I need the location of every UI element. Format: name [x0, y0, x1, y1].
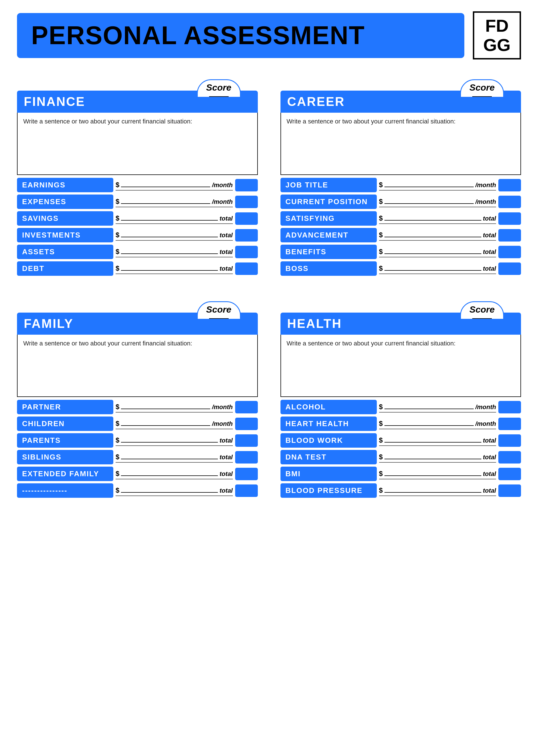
family-score-label: Score — [206, 305, 232, 314]
health-rows: ALCOHOL $ /month HEART HEALTH $ /month B — [281, 400, 521, 498]
family-row-blank: --------------- $ total — [17, 483, 258, 498]
title-box: PERSONAL ASSESSMENT — [17, 13, 464, 58]
finance-row-earnings: EARNINGS $ /month — [17, 178, 258, 192]
finance-row-investments: INVESTMENTS $ total — [17, 228, 258, 242]
health-row-bmi: BMI $ total — [281, 467, 521, 481]
career-textarea[interactable]: Write a sentence or two about your curre… — [281, 113, 521, 175]
finance-score-badge: Score — [197, 79, 241, 98]
logo: FD GG — [473, 11, 521, 60]
health-textarea-text: Write a sentence or two about your curre… — [287, 340, 456, 347]
finance-row-savings: SAVINGS $ total — [17, 211, 258, 226]
page-title: PERSONAL ASSESSMENT — [31, 21, 450, 50]
health-row-hearthealth: HEART HEALTH $ /month — [281, 416, 521, 431]
finance-textarea[interactable]: Write a sentence or two about your curre… — [17, 113, 258, 175]
finance-row-assets: ASSETS $ total — [17, 245, 258, 259]
health-row-alcohol: ALCOHOL $ /month — [281, 400, 521, 414]
logo-line2: GG — [483, 35, 511, 55]
finance-rows: EARNINGS $ /month EXPENSES $ /month SAVI — [17, 178, 258, 276]
logo-line1: FD — [485, 16, 509, 35]
finance-textarea-text: Write a sentence or two about your curre… — [23, 118, 192, 125]
career-title: CAREER — [287, 95, 345, 109]
career-row-boss: BOSS $ total — [281, 261, 521, 276]
career-textarea-text: Write a sentence or two about your curre… — [287, 118, 456, 125]
career-row-benefits: BENEFITS $ total — [281, 245, 521, 259]
health-row-dnatest: DNA TEST $ total — [281, 450, 521, 464]
career-row-advancement: ADVANCEMENT $ total — [281, 228, 521, 242]
health-row-bloodwork: BLOOD WORK $ total — [281, 433, 521, 448]
finance-title: FINANCE — [24, 95, 85, 109]
page-header: PERSONAL ASSESSMENT FD GG — [17, 11, 521, 60]
career-section: Score CAREER Write a sentence or two abo… — [281, 76, 521, 276]
career-row-currentposition: CURRENT POSITION $ /month — [281, 195, 521, 209]
family-row-extendedfamily: EXTENDED FAMILY $ total — [17, 467, 258, 481]
career-score-badge: Score — [460, 79, 504, 98]
family-textarea[interactable]: Write a sentence or two about your curre… — [17, 335, 258, 397]
finance-section: Score FINANCE Write a sentence or two ab… — [17, 76, 258, 276]
finance-row-debt: DEBT $ total — [17, 261, 258, 276]
family-row-partner: PARTNER $ /month — [17, 400, 258, 414]
health-title: HEALTH — [287, 316, 342, 331]
health-score-label: Score — [469, 305, 495, 314]
family-rows: PARTNER $ /month CHILDREN $ /month PAREN — [17, 400, 258, 498]
family-section: Score FAMILY Write a sentence or two abo… — [17, 299, 258, 498]
family-row-children: CHILDREN $ /month — [17, 416, 258, 431]
health-textarea[interactable]: Write a sentence or two about your curre… — [281, 335, 521, 397]
health-section: Score HEALTH Write a sentence or two abo… — [281, 299, 521, 498]
career-row-satisfying: SATISFYING $ total — [281, 211, 521, 226]
family-row-siblings: SIBLINGS $ total — [17, 450, 258, 464]
bottom-sections: Score FAMILY Write a sentence or two abo… — [17, 299, 521, 498]
career-score-label: Score — [469, 82, 495, 93]
family-score-badge: Score — [197, 301, 241, 320]
finance-row-expenses: EXPENSES $ /month — [17, 195, 258, 209]
career-rows: JOB TITLE $ /month CURRENT POSITION $ /m… — [281, 178, 521, 276]
finance-score-label: Score — [206, 82, 232, 93]
top-sections: Score FINANCE Write a sentence or two ab… — [17, 76, 521, 276]
family-title: FAMILY — [24, 316, 73, 331]
career-row-jobtitle: JOB TITLE $ /month — [281, 178, 521, 192]
family-textarea-text: Write a sentence or two about your curre… — [23, 340, 192, 347]
health-score-badge: Score — [460, 301, 504, 320]
health-row-bloodpressure: BLOOD PRESSURE $ total — [281, 483, 521, 498]
family-row-parents: PARENTS $ total — [17, 433, 258, 448]
